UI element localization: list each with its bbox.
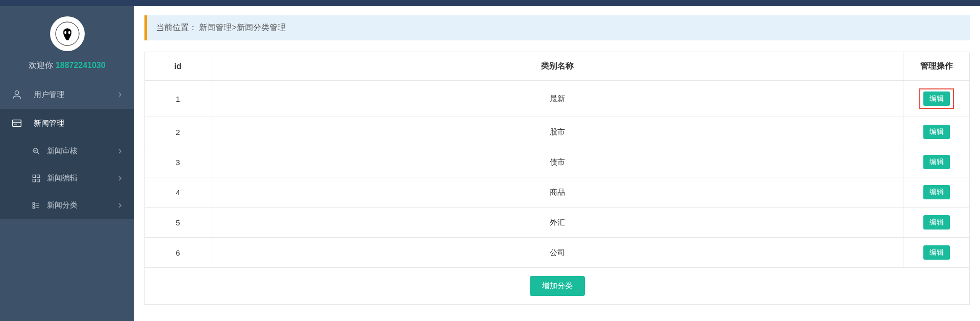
user-icon (11, 89, 22, 100)
avatar (50, 16, 85, 51)
chevron-right-icon (117, 175, 123, 181)
table-row: 6 公司 编辑 (145, 238, 970, 268)
cell-name: 股市 (211, 117, 903, 147)
cell-id: 4 (145, 177, 211, 208)
cell-name: 公司 (211, 238, 903, 268)
sidebar-item-label: 新闻审核 (47, 146, 78, 156)
cell-add: 增加分类 (145, 268, 970, 305)
svg-point-2 (68, 31, 70, 34)
avatar-image (55, 21, 80, 46)
submenu-news: 新闻审核 新闻编辑 (0, 137, 134, 219)
sidebar: 欢迎你 18872241030 用户管理 (0, 6, 134, 321)
table-row: 3 债市 编辑 (145, 147, 970, 177)
avatar-section: 欢迎你 18872241030 (0, 6, 134, 80)
svg-rect-17 (33, 207, 34, 209)
news-icon (11, 118, 22, 129)
sidebar-subitem-news-review[interactable]: 新闻审核 (0, 137, 134, 165)
cell-name: 债市 (211, 147, 903, 177)
svg-rect-11 (33, 179, 35, 181)
edit-button[interactable]: 编辑 (923, 185, 950, 199)
cell-id: 2 (145, 117, 211, 147)
svg-rect-4 (13, 120, 21, 127)
breadcrumb-path: 新闻管理>新闻分类管理 (199, 23, 285, 32)
sidebar-item-label: 新闻编辑 (47, 173, 78, 183)
th-name: 类别名称 (211, 52, 903, 81)
cell-action: 编辑 (903, 147, 970, 177)
cell-action: 编辑 (903, 117, 970, 147)
table-row: 4 商品 编辑 (145, 177, 970, 208)
breadcrumb-prefix: 当前位置： (156, 23, 197, 32)
svg-point-1 (64, 31, 66, 34)
grid-icon (32, 174, 41, 183)
top-bar (0, 0, 980, 6)
edit-button[interactable]: 编辑 (923, 215, 950, 230)
edit-button[interactable]: 编辑 (923, 245, 950, 260)
cell-id: 3 (145, 147, 211, 177)
magnify-check-icon (32, 147, 41, 156)
th-id: id (145, 52, 211, 81)
cell-id: 1 (145, 81, 211, 117)
chevron-right-icon (117, 91, 123, 98)
cell-action: 编辑 (903, 208, 970, 238)
sidebar-item-label: 用户管理 (34, 90, 64, 100)
edit-button[interactable]: 编辑 (923, 125, 950, 139)
highlight-box: 编辑 (919, 88, 954, 109)
cell-action: 编辑 (903, 238, 970, 268)
chevron-right-icon (117, 202, 123, 209)
svg-line-8 (37, 152, 39, 154)
svg-point-3 (15, 91, 18, 95)
sidebar-subitem-news-edit[interactable]: 新闻编辑 (0, 165, 134, 192)
table-row: 5 外汇 编辑 (145, 208, 970, 238)
welcome-prefix: 欢迎你 (29, 61, 55, 70)
cell-name: 商品 (211, 177, 903, 208)
svg-rect-13 (33, 202, 34, 204)
cell-action: 编辑 (903, 177, 970, 208)
chevron-right-icon (117, 148, 123, 154)
th-action: 管理操作 (903, 52, 970, 81)
sidebar-item-news-mgmt[interactable]: 新闻管理 (0, 109, 134, 137)
welcome-text: 欢迎你 18872241030 (29, 60, 105, 71)
username: 18872241030 (56, 61, 106, 70)
category-table: id 类别名称 管理操作 1 最新 编辑 2 股市 (144, 52, 970, 305)
svg-rect-12 (37, 179, 40, 181)
table-row: 2 股市 编辑 (145, 117, 970, 147)
cell-id: 6 (145, 238, 211, 268)
svg-rect-9 (33, 175, 35, 177)
cell-action: 编辑 (903, 81, 970, 117)
cell-name: 外汇 (211, 208, 903, 238)
table-header-row: id 类别名称 管理操作 (145, 52, 970, 81)
cell-id: 5 (145, 208, 211, 238)
main-content: 当前位置： 新闻管理>新闻分类管理 id 类别名称 管理操作 1 最新 编辑 (134, 6, 980, 321)
svg-rect-10 (37, 175, 40, 177)
table-footer-row: 增加分类 (145, 268, 970, 305)
sidebar-subitem-news-category[interactable]: 新闻分类 (0, 192, 134, 219)
cell-name: 最新 (211, 81, 903, 117)
edit-button[interactable]: 编辑 (923, 91, 950, 106)
svg-rect-15 (33, 204, 34, 206)
add-category-button[interactable]: 增加分类 (530, 276, 585, 296)
sidebar-item-label: 新闻分类 (47, 200, 78, 210)
breadcrumb: 当前位置： 新闻管理>新闻分类管理 (144, 15, 970, 40)
sidebar-item-label: 新闻管理 (34, 119, 64, 128)
table-row: 1 最新 编辑 (145, 81, 970, 117)
edit-button[interactable]: 编辑 (923, 155, 950, 169)
sidebar-item-user-mgmt[interactable]: 用户管理 (0, 80, 134, 109)
list-icon (32, 201, 41, 210)
